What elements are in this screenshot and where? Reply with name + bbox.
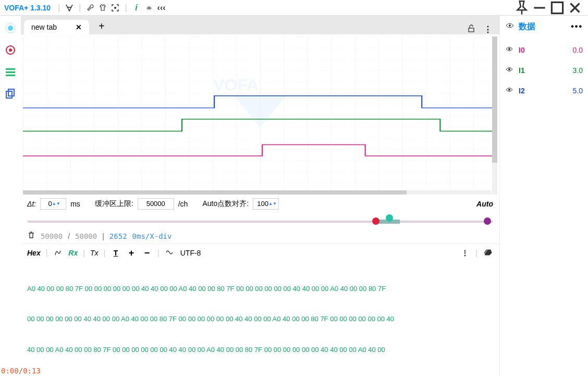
trash-icon[interactable] xyxy=(27,231,35,241)
buffer-input[interactable]: 50000 xyxy=(138,198,174,210)
svg-rect-12 xyxy=(469,28,474,32)
hex-more-icon[interactable]: ⋮ xyxy=(460,249,470,257)
collapse-left-icon[interactable]: ‹‹‹ xyxy=(155,2,168,14)
title-bar: VOFA+ 1.3.10 | | | i ‹‹‹ xyxy=(0,0,588,16)
buffer-label: 缓冲区上限: xyxy=(95,199,133,209)
plus-icon[interactable]: + xyxy=(126,248,137,259)
svg-point-6 xyxy=(9,48,12,52)
hex-line: 40 00 00 A0 40 00 00 80 7F 00 00 00 00 0… xyxy=(27,345,493,355)
svg-text:VOFA: VOFA xyxy=(213,76,259,94)
plot-scrollbar-vertical[interactable] xyxy=(492,37,497,195)
minimize-button[interactable] xyxy=(531,2,548,14)
channel-name: I1 xyxy=(519,66,534,75)
record-icon[interactable] xyxy=(4,44,17,56)
menu-icon[interactable] xyxy=(4,66,17,78)
wave-icon[interactable] xyxy=(165,249,175,258)
close-button[interactable] xyxy=(566,2,584,14)
tab-add-button[interactable]: + xyxy=(94,18,109,34)
svg-rect-7 xyxy=(6,68,15,70)
wrench-icon[interactable] xyxy=(84,2,96,14)
panel-title: 数据 xyxy=(519,21,567,32)
channel-name: I0 xyxy=(519,46,534,54)
eraser-icon[interactable] xyxy=(483,249,493,258)
hex-line: 00 00 00 00 00 00 40 40 00 00 A0 40 00 0… xyxy=(27,314,493,324)
text-format-icon[interactable]: T xyxy=(111,249,121,257)
channel-row-i2[interactable]: I2 5.0 xyxy=(505,86,583,95)
app-title: VOFA+ 1.3.10 xyxy=(4,4,51,12)
svg-rect-10 xyxy=(6,91,12,98)
maximize-button[interactable] xyxy=(548,2,566,14)
fingerprint-icon[interactable] xyxy=(143,2,155,14)
hex-mode-label[interactable]: Hex xyxy=(27,249,41,257)
curve-icon[interactable] xyxy=(53,249,63,258)
channel-value: 5.0 xyxy=(573,87,583,95)
buffer-unit: /ch xyxy=(178,200,188,208)
encoding-label[interactable]: UTF-8 xyxy=(180,249,201,257)
slider-handle-teal[interactable] xyxy=(386,214,393,222)
svg-point-18 xyxy=(508,89,510,91)
tab-bar: new tab ✕ + ⋮ xyxy=(21,16,499,34)
dt-label: Δt: xyxy=(27,200,36,208)
auto-align-label: Auto点数对齐: xyxy=(202,199,249,209)
channel-value: 0.0 xyxy=(573,46,583,54)
time-slider[interactable] xyxy=(27,213,493,229)
channel-value: 3.0 xyxy=(573,66,583,75)
stat-d: 0ms/X-div xyxy=(132,232,172,240)
hex-line: A0 40 00 00 80 7F 00 00 00 00 00 00 40 4… xyxy=(27,284,493,294)
stat-b: 50000 xyxy=(75,232,97,240)
channel-row-i1[interactable]: I1 3.0 xyxy=(505,65,583,75)
watermark-icon: VOFA xyxy=(213,75,307,140)
copy-icon[interactable] xyxy=(4,88,17,100)
hex-dump[interactable]: A0 40 00 00 80 7F 00 00 00 00 00 00 40 4… xyxy=(21,262,499,377)
svg-point-16 xyxy=(508,48,510,50)
auto-mode-label[interactable]: Auto xyxy=(476,200,493,208)
plot-area[interactable]: VOFA xyxy=(23,37,497,195)
stat-c: 2652 xyxy=(109,232,127,240)
tx-label[interactable]: Tx xyxy=(90,249,99,257)
timer-display: 0:00/0:13 xyxy=(1,367,41,375)
shirt-icon[interactable] xyxy=(96,2,109,14)
info-icon[interactable]: i xyxy=(130,2,143,14)
tab-close-icon[interactable]: ✕ xyxy=(76,23,82,31)
rx-label[interactable]: Rx xyxy=(68,249,78,257)
focus-icon[interactable] xyxy=(109,2,121,14)
channel-name: I2 xyxy=(519,87,534,95)
vofa-logo-icon[interactable] xyxy=(63,2,76,14)
slider-handle-red[interactable] xyxy=(372,217,379,225)
svg-rect-11 xyxy=(8,89,14,96)
eye-icon[interactable] xyxy=(505,86,513,95)
signal-live-icon[interactable] xyxy=(4,22,17,34)
tab-label: new tab xyxy=(31,23,57,31)
eye-icon[interactable] xyxy=(505,65,513,75)
svg-point-17 xyxy=(508,68,510,70)
tab-new[interactable]: new tab ✕ xyxy=(24,20,89,34)
svg-point-3 xyxy=(8,26,13,31)
panel-eye-icon[interactable] xyxy=(505,21,514,32)
minus-icon[interactable]: − xyxy=(142,248,152,259)
more-icon[interactable]: ⋮ xyxy=(484,25,492,34)
channel-row-i0[interactable]: I0 0.0 xyxy=(505,45,583,55)
stats-row: 50000 / 50000 | 2652 0ms/X-div xyxy=(21,229,499,244)
dt-unit: ms xyxy=(70,200,80,208)
svg-point-0 xyxy=(114,7,116,9)
auto-align-input[interactable]: 100▲▼ xyxy=(253,198,279,210)
stat-a: 50000 xyxy=(41,232,63,240)
left-sidebar xyxy=(0,16,21,376)
right-panel: 数据 ••• I0 0.0 I1 3.0 I2 5.0 xyxy=(499,16,588,376)
svg-rect-9 xyxy=(6,75,15,76)
plot-controls: Δt: 0▲▼ ms 缓冲区上限: 50000 /ch Auto点数对齐: 10… xyxy=(21,195,499,213)
panel-more-icon[interactable]: ••• xyxy=(571,22,583,31)
plot-scrollbar-horizontal[interactable] xyxy=(23,190,491,195)
pin-icon[interactable] xyxy=(513,2,531,14)
svg-rect-2 xyxy=(552,2,562,13)
svg-rect-8 xyxy=(6,71,15,73)
svg-point-15 xyxy=(509,25,511,27)
unlock-icon[interactable] xyxy=(467,24,475,34)
dt-input[interactable]: 0▲▼ xyxy=(40,198,66,210)
eye-icon[interactable] xyxy=(505,45,513,55)
hex-toolbar: Hex | Rx | Tx | T + − | UTF-8 ⋮ | xyxy=(21,244,499,262)
slider-handle-purple[interactable] xyxy=(484,217,491,225)
